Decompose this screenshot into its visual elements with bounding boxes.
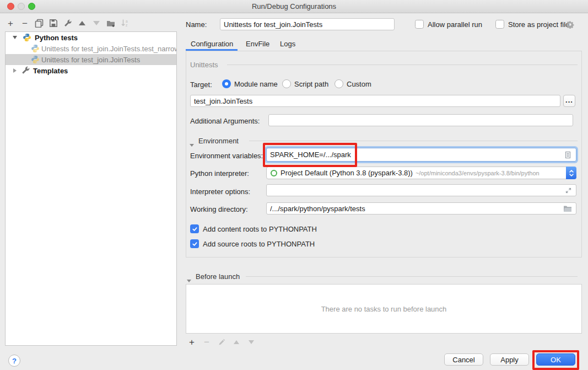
tree-item-label: Unittests for test_join.JoinTests: [41, 56, 140, 64]
python-interpreter-label: Python interpreter:: [190, 169, 249, 178]
gear-icon: [566, 20, 574, 29]
sort-configurations-button[interactable]: a z: [119, 17, 131, 29]
run-debug-configurations-dialog: Run/Debug Configurations + − a z: [0, 0, 588, 370]
move-up-button[interactable]: [76, 17, 88, 29]
copy-configuration-button[interactable]: [33, 17, 45, 29]
store-settings-gear-button[interactable]: [566, 20, 574, 31]
python-interpreter-select[interactable]: Project Default (Python 3.8 (pyspark-3.8…: [266, 167, 576, 179]
python-environment-icon: [271, 170, 277, 176]
tree-item-label: Templates: [33, 67, 68, 75]
apply-button[interactable]: Apply: [490, 353, 529, 366]
interpreter-dropdown-stepper[interactable]: [566, 167, 576, 179]
help-button[interactable]: ?: [8, 355, 20, 367]
tree-item-label: Python tests: [35, 34, 78, 42]
create-folder-button[interactable]: [105, 17, 117, 29]
before-launch-task-list: There are no tasks to run before launch: [186, 284, 582, 334]
svg-text:z: z: [126, 23, 127, 27]
allow-parallel-run-label: Allow parallel run: [428, 20, 482, 29]
arrow-down-icon: [93, 21, 100, 25]
edit-templates-button[interactable]: [62, 17, 74, 29]
environment-variables-input[interactable]: [266, 148, 576, 162]
python-icon: [23, 33, 31, 42]
additional-arguments-input[interactable]: [268, 114, 573, 126]
radio-selected-icon: [222, 79, 231, 88]
before-launch-toolbar: + −: [186, 336, 257, 348]
section-divider: [249, 141, 578, 141]
folder-icon: [563, 205, 572, 212]
radio-unselected-icon: [335, 79, 343, 88]
checkbox-unchecked-icon: [495, 20, 504, 29]
section-divider: [227, 65, 578, 65]
checkbox-checked-icon: [190, 224, 199, 233]
configurations-tree: Python tests Unittests for test_join.Joi…: [5, 31, 177, 346]
allow-parallel-run-checkbox[interactable]: Allow parallel run: [415, 20, 482, 29]
radio-unselected-icon: [282, 79, 291, 88]
checkbox-checked-icon: [190, 239, 199, 248]
python-icon: [31, 55, 40, 64]
empty-tasks-message: There are no tasks to run before launch: [321, 305, 447, 313]
add-source-roots-checkbox[interactable]: Add source roots to PYTHONPATH: [190, 239, 315, 248]
save-icon: [49, 19, 58, 28]
pencil-icon: [218, 339, 225, 346]
tree-item-python-tests[interactable]: Python tests: [6, 32, 176, 43]
edit-task-button[interactable]: [215, 336, 228, 348]
store-as-project-file-label: Store as project file: [508, 20, 569, 29]
working-directory-input[interactable]: [266, 202, 576, 215]
save-configuration-button[interactable]: [47, 17, 60, 29]
expander-down-icon: [13, 36, 17, 39]
name-input[interactable]: [220, 18, 395, 30]
tree-item-unittests-test-narrow[interactable]: Unittests for test_join.JoinTests.test_n…: [6, 43, 176, 54]
move-down-button[interactable]: [90, 17, 103, 29]
store-as-project-file-checkbox[interactable]: Store as project file: [495, 20, 569, 29]
interpreter-path: ~/opt/miniconda3/envs/pyspark-3.8/bin/py…: [416, 170, 540, 176]
interpreter-name: Project Default (Python 3.8 (pyspark-3.8…: [280, 169, 413, 177]
move-task-down-button[interactable]: [245, 336, 257, 348]
wrench-icon: [21, 66, 30, 75]
name-label: Name:: [186, 20, 207, 29]
tree-item-templates[interactable]: Templates: [6, 65, 176, 76]
collapse-icon: [187, 280, 191, 282]
interpreter-options-input[interactable]: [266, 184, 576, 196]
target-script-path-radio[interactable]: Script path: [282, 79, 328, 88]
expand-interpreter-options-button[interactable]: [564, 186, 572, 194]
python-icon: [31, 44, 40, 53]
before-launch-section-toggle[interactable]: [187, 275, 191, 285]
interpreter-options-label: Interpreter options:: [190, 187, 250, 196]
arrow-down-icon: [249, 340, 254, 344]
checkbox-unchecked-icon: [415, 20, 424, 29]
ok-button[interactable]: OK: [536, 353, 575, 366]
move-task-up-button[interactable]: [230, 336, 242, 348]
arrow-up-icon: [234, 340, 239, 344]
title-bar: Run/Debug Configurations: [0, 0, 588, 13]
add-content-roots-checkbox[interactable]: Add content roots to PYTHONPATH: [190, 224, 317, 233]
before-launch-section-label: Before launch: [196, 272, 240, 281]
minus-icon: −: [22, 19, 28, 28]
arrow-up-icon: [79, 21, 85, 25]
expander-right-icon: [13, 68, 17, 73]
add-task-button[interactable]: +: [186, 336, 198, 348]
new-folder-icon: [106, 19, 116, 28]
browse-working-directory-button[interactable]: [563, 205, 572, 212]
add-configuration-button[interactable]: +: [4, 17, 17, 29]
sort-icon: a z: [121, 19, 130, 28]
tab-envfile[interactable]: EnvFile: [246, 40, 269, 48]
browse-module-button[interactable]: ...: [563, 95, 575, 107]
tab-configuration[interactable]: Configuration: [191, 40, 233, 48]
expand-icon: [565, 187, 572, 194]
environment-variables-label: Environment variables:: [190, 152, 263, 160]
environment-section-toggle[interactable]: [190, 139, 194, 149]
edit-environment-variables-button[interactable]: [563, 151, 572, 159]
minus-icon: −: [204, 337, 209, 347]
tree-item-unittests-jointests[interactable]: Unittests for test_join.JoinTests: [6, 54, 176, 65]
target-custom-radio[interactable]: Custom: [335, 79, 371, 88]
remove-task-button[interactable]: −: [201, 336, 213, 348]
target-label: Target:: [190, 81, 212, 89]
question-icon: ?: [12, 357, 17, 365]
variables-list-icon: [564, 151, 571, 159]
target-module-name-radio[interactable]: Module name: [222, 79, 278, 88]
remove-configuration-button[interactable]: −: [19, 17, 31, 29]
configurations-toolbar: + − a z: [4, 17, 131, 29]
tab-logs[interactable]: Logs: [280, 40, 295, 48]
cancel-button[interactable]: Cancel: [444, 353, 483, 366]
module-name-input[interactable]: [190, 95, 560, 107]
